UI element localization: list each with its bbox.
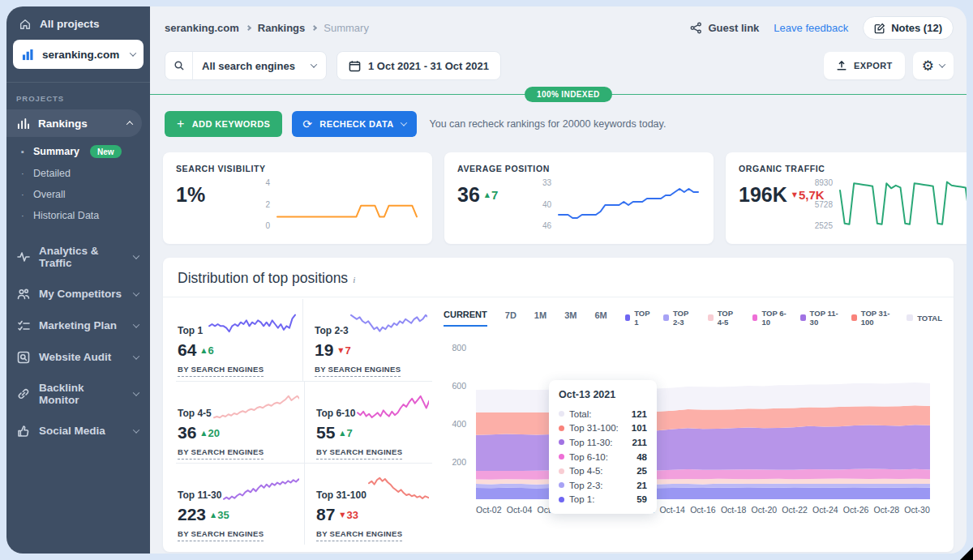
breadcrumb: seranking.com Rankings Summary bbox=[165, 22, 369, 34]
legend-top1[interactable]: TOP 1 bbox=[625, 309, 653, 327]
sidebar-item-historical-data[interactable]: · Historical Data bbox=[6, 205, 150, 226]
tab-1m[interactable]: 1M bbox=[534, 310, 547, 326]
cell-value: 36 bbox=[178, 423, 196, 442]
people-icon bbox=[16, 287, 30, 301]
actions-row: + ADD KEYWORDS ⟳ RECHECK DATA You can re… bbox=[150, 103, 967, 137]
top4-5-sparkline bbox=[212, 391, 299, 422]
series-dot bbox=[559, 439, 564, 445]
cell-value: 87 bbox=[316, 505, 335, 524]
top11-30-cell: Top 11-30 223 ▲35 BY SEARCH ENGINES bbox=[176, 464, 304, 545]
legend-top31-100[interactable]: TOP 31-100 bbox=[851, 309, 895, 327]
chart-y-axis: 800 600 400 200 bbox=[444, 333, 469, 499]
tooltip-date: Oct-13 2021 bbox=[559, 389, 647, 400]
cell-label: Top 2-3 bbox=[315, 325, 349, 340]
chart-plot-area[interactable] bbox=[476, 333, 930, 499]
tab-7d[interactable]: 7D bbox=[505, 310, 517, 326]
leave-feedback-link[interactable]: Leave feedback bbox=[774, 22, 848, 34]
filters-toolbar: All search engines 1 Oct 2021 - 31 Oct 2… bbox=[150, 45, 967, 80]
legend-top4-5[interactable]: TOP 4-5 bbox=[708, 309, 741, 327]
add-keywords-label: ADD KEYWORDS bbox=[192, 119, 270, 129]
recheck-data-button[interactable]: ⟳ RECHECK DATA bbox=[292, 111, 416, 137]
guest-link-label: Guest link bbox=[708, 22, 759, 34]
chevron-down-icon bbox=[133, 253, 139, 259]
by-search-engines-link[interactable]: BY SEARCH ENGINES bbox=[316, 529, 402, 541]
card-axis: 893057282525 bbox=[810, 177, 838, 233]
audit-magnifier-icon bbox=[16, 350, 30, 364]
by-search-engines-link[interactable]: BY SEARCH ENGINES bbox=[315, 365, 401, 377]
chevron-down-icon bbox=[311, 61, 317, 67]
chevron-down-icon bbox=[133, 426, 139, 433]
date-range-picker[interactable]: 1 Oct 2021 - 31 Oct 2021 bbox=[336, 51, 501, 80]
chevron-down-icon bbox=[939, 61, 945, 67]
bullet-icon: ▪ bbox=[21, 147, 26, 156]
legend-swatch bbox=[800, 314, 806, 321]
analytics-traffic-label: Analytics & Traffic bbox=[39, 245, 125, 269]
share-icon bbox=[690, 22, 702, 34]
series-dot bbox=[559, 454, 564, 460]
by-search-engines-link[interactable]: BY SEARCH ENGINES bbox=[178, 365, 264, 377]
by-search-engines-link[interactable]: BY SEARCH ENGINES bbox=[178, 447, 264, 460]
breadcrumb-project[interactable]: seranking.com bbox=[165, 22, 239, 34]
by-search-engines-link[interactable]: BY SEARCH ENGINES bbox=[178, 529, 264, 541]
legend-top2-3[interactable]: TOP 2-3 bbox=[663, 309, 697, 327]
sidebar-item-social-media[interactable]: Social Media bbox=[6, 417, 150, 445]
legend-total[interactable]: TOTAL bbox=[907, 314, 942, 323]
project-selector[interactable]: seranking.com bbox=[13, 40, 144, 69]
projects-section-label: PROJECTS bbox=[6, 83, 150, 109]
tooltip-row: Top 31-100:101 bbox=[559, 421, 647, 436]
detailed-label: Detailed bbox=[33, 168, 71, 179]
indexed-progress: 100% INDEXED bbox=[150, 87, 967, 103]
top2-3-sparkline bbox=[349, 309, 427, 340]
stats-row: Top 4-5 36 ▲20 BY SEARCH ENGINES Top 6-1… bbox=[176, 381, 432, 463]
top11-30-sparkline bbox=[221, 473, 299, 504]
notes-label: Notes (12) bbox=[891, 22, 942, 34]
chevron-down-icon bbox=[400, 119, 406, 126]
export-label: EXPORT bbox=[854, 61, 893, 71]
all-projects-link[interactable]: All projects bbox=[6, 6, 150, 38]
breadcrumb-rankings[interactable]: Rankings bbox=[258, 22, 306, 34]
average-position-sparkline bbox=[556, 177, 701, 230]
sidebar-item-website-audit[interactable]: Website Audit bbox=[6, 343, 150, 371]
search-engines-select[interactable]: All search engines bbox=[165, 51, 327, 80]
info-icon[interactable]: i bbox=[353, 275, 355, 284]
export-button[interactable]: EXPORT bbox=[824, 52, 905, 79]
cell-delta: ▼33 bbox=[340, 509, 358, 521]
sidebar-item-marketing-plan[interactable]: Marketing Plan bbox=[6, 311, 150, 340]
my-competitors-label: My Competitors bbox=[39, 288, 122, 300]
legend-top11-30[interactable]: TOP 11-30 bbox=[800, 309, 840, 327]
sidebar-item-detailed[interactable]: · Detailed bbox=[6, 163, 150, 184]
sidebar-item-my-competitors[interactable]: My Competitors bbox=[6, 280, 150, 308]
main-content: seranking.com Rankings Summary Guest lin… bbox=[150, 6, 967, 554]
social-media-label: Social Media bbox=[39, 425, 105, 437]
stats-row: Top 1 64 ▲6 BY SEARCH ENGINES Top 2-3 19… bbox=[176, 299, 432, 381]
notes-button[interactable]: Notes (12) bbox=[863, 16, 954, 40]
tab-current[interactable]: CURRENT bbox=[444, 310, 487, 327]
toolbar-right: EXPORT ⚙ bbox=[824, 52, 954, 79]
sidebar-item-summary[interactable]: ▪ Summary New bbox=[6, 137, 150, 163]
add-keywords-button[interactable]: + ADD KEYWORDS bbox=[165, 111, 282, 137]
chart-tooltip: Oct-13 2021 Total:121 Top 31-100:101 Top… bbox=[549, 380, 657, 514]
settings-button[interactable]: ⚙ bbox=[913, 52, 954, 79]
guest-link-button[interactable]: Guest link bbox=[690, 22, 759, 34]
by-search-engines-link[interactable]: BY SEARCH ENGINES bbox=[316, 447, 402, 460]
cell-delta: ▲6 bbox=[201, 344, 213, 357]
organic-traffic-card: ORGANIC TRAFFIC 196K ▼5,7K 893057282525 bbox=[726, 152, 967, 244]
marketing-plan-label: Marketing Plan bbox=[39, 319, 117, 331]
pulse-icon bbox=[16, 250, 30, 264]
sidebar-item-analytics-traffic[interactable]: Analytics & Traffic bbox=[6, 237, 150, 276]
top1-cell: Top 1 64 ▲6 BY SEARCH ENGINES bbox=[176, 299, 302, 381]
legend-top6-10[interactable]: TOP 6-10 bbox=[752, 309, 789, 327]
tab-3m[interactable]: 3M bbox=[564, 310, 577, 326]
sidebar-item-rankings[interactable]: Rankings bbox=[6, 109, 142, 137]
tab-6m[interactable]: 6M bbox=[594, 310, 607, 326]
cell-label: Top 31-100 bbox=[316, 489, 366, 504]
historical-data-label: Historical Data bbox=[33, 210, 99, 221]
legend-swatch bbox=[851, 314, 857, 321]
tooltip-row: Top 4-5:25 bbox=[559, 464, 647, 478]
sidebar-item-backlink-monitor[interactable]: Backlink Monitor bbox=[6, 374, 150, 413]
sidebar-item-overall[interactable]: · Overall bbox=[6, 184, 150, 205]
search-icon bbox=[165, 52, 193, 79]
card-value: 196K bbox=[739, 183, 787, 207]
indexed-badge: 100% INDEXED bbox=[525, 87, 612, 102]
cell-delta: ▲7 bbox=[340, 427, 352, 439]
